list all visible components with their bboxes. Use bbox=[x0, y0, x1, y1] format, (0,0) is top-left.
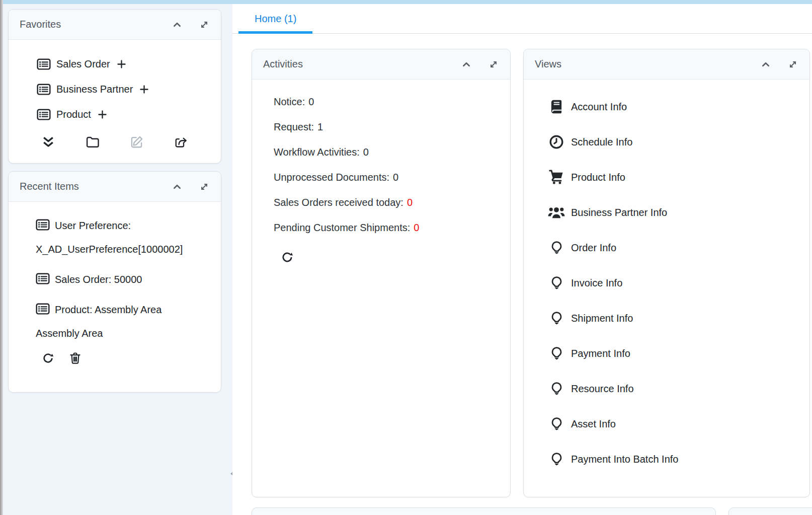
lightbulb-icon bbox=[548, 346, 565, 361]
chevron-up-icon bbox=[462, 60, 471, 69]
chevron-up-icon bbox=[761, 60, 770, 69]
recent-item-label: Sales Order: 50000 bbox=[55, 274, 142, 285]
activity-row[interactable]: Request:1 bbox=[274, 120, 510, 134]
edit-button[interactable] bbox=[130, 135, 143, 149]
favorites-panel: Favorites Sales Order Business Partner P… bbox=[8, 9, 221, 164]
list-icon bbox=[36, 303, 50, 315]
view-item-label: Resource Info bbox=[571, 383, 634, 395]
view-item-label: Product Info bbox=[571, 172, 625, 183]
view-item-payment-info[interactable]: Payment Info bbox=[548, 336, 809, 371]
activity-label: Unprocessed Documents: bbox=[274, 172, 389, 183]
view-item-schedule-info[interactable]: Schedule Info bbox=[548, 124, 809, 160]
collapse-button[interactable] bbox=[173, 20, 182, 29]
expand-icon bbox=[788, 60, 797, 69]
expand-icon bbox=[200, 182, 209, 191]
views-panel: Views Account Info Schedule Info Product… bbox=[523, 49, 810, 497]
recent-item[interactable]: Sales Order: 50000 bbox=[36, 268, 207, 291]
tab-home[interactable]: Home (1) bbox=[238, 4, 312, 33]
activity-row[interactable]: Notice:0 bbox=[274, 95, 510, 109]
maximize-button[interactable] bbox=[788, 60, 797, 69]
chevron-up-icon bbox=[173, 182, 182, 191]
clock-icon bbox=[548, 134, 565, 150]
refresh-button[interactable] bbox=[281, 251, 294, 264]
double-chevron-down-icon bbox=[42, 135, 55, 149]
bottom-panel-right bbox=[728, 507, 812, 515]
plus-icon bbox=[140, 85, 148, 94]
favorites-header: Favorites bbox=[9, 10, 221, 40]
book-icon bbox=[548, 99, 565, 114]
recent-item-label: User Preference: X_AD_UserPreference[100… bbox=[36, 220, 183, 255]
collapse-button[interactable] bbox=[462, 60, 471, 69]
expand-icon bbox=[200, 20, 209, 29]
view-item-resource-info[interactable]: Resource Info bbox=[548, 371, 809, 406]
new-record-button[interactable] bbox=[98, 110, 107, 119]
plus-icon bbox=[117, 60, 126, 68]
view-item-business-partner-info[interactable]: Business Partner Info bbox=[548, 195, 809, 230]
list-icon bbox=[36, 273, 50, 284]
view-item-label: Shipment Info bbox=[571, 313, 633, 324]
recent-item[interactable]: User Preference: X_AD_UserPreference[100… bbox=[36, 214, 207, 261]
active-tab-underline bbox=[238, 31, 312, 34]
list-icon bbox=[37, 58, 51, 70]
folder-button[interactable] bbox=[86, 135, 99, 149]
activity-row[interactable]: Sales Orders received today:0 bbox=[274, 195, 510, 209]
lightbulb-icon bbox=[548, 276, 565, 290]
lightbulb-icon bbox=[548, 311, 565, 326]
view-item-payment-into-batch-info[interactable]: Payment Into Batch Info bbox=[548, 442, 809, 477]
edit-icon bbox=[130, 135, 143, 149]
view-item-order-info[interactable]: Order Info bbox=[548, 230, 809, 265]
list-icon bbox=[37, 84, 51, 95]
favorites-toolbar bbox=[9, 131, 221, 153]
favorite-item-label[interactable]: Product bbox=[56, 109, 91, 120]
views-list: Account Info Schedule Info Product Info … bbox=[524, 80, 809, 477]
refresh-button[interactable] bbox=[42, 352, 54, 364]
trash-icon bbox=[69, 352, 82, 364]
recent-item[interactable]: Product: Assembly Area Assembly Area bbox=[36, 298, 207, 345]
chevron-up-icon bbox=[173, 20, 182, 29]
maximize-button[interactable] bbox=[489, 60, 498, 69]
lightbulb-icon bbox=[548, 417, 565, 431]
view-item-shipment-info[interactable]: Shipment Info bbox=[548, 301, 809, 336]
recent-item-label: Product: Assembly Area Assembly Area bbox=[36, 304, 161, 339]
maximize-button[interactable] bbox=[200, 20, 209, 29]
recent-items-title: Recent Items bbox=[20, 181, 79, 192]
favorites-list: Sales Order Business Partner Product bbox=[9, 40, 221, 127]
view-item-product-info[interactable]: Product Info bbox=[548, 160, 809, 195]
view-item-invoice-info[interactable]: Invoice Info bbox=[548, 265, 809, 301]
view-item-label: Payment Into Batch Info bbox=[571, 454, 678, 465]
view-item-account-info[interactable]: Account Info bbox=[548, 89, 809, 124]
top-accent-bar bbox=[0, 0, 812, 4]
view-item-label: Schedule Info bbox=[571, 136, 632, 148]
activity-label: Sales Orders received today: bbox=[274, 197, 403, 208]
view-item-label: Business Partner Info bbox=[571, 207, 667, 218]
collapse-button[interactable] bbox=[173, 182, 182, 191]
lightbulb-icon bbox=[548, 452, 565, 467]
favorite-item-label[interactable]: Business Partner bbox=[56, 84, 133, 95]
delete-button[interactable] bbox=[69, 352, 82, 364]
view-item-asset-info[interactable]: Asset Info bbox=[548, 406, 809, 442]
lightbulb-icon bbox=[548, 241, 565, 255]
refresh-icon bbox=[281, 251, 294, 264]
activities-header: Activities bbox=[252, 49, 510, 80]
favorites-title: Favorites bbox=[20, 19, 61, 30]
recent-items-toolbar bbox=[42, 352, 207, 364]
activity-row[interactable]: Workflow Activities:0 bbox=[274, 145, 510, 159]
view-item-label: Invoice Info bbox=[571, 277, 622, 289]
expand-icon bbox=[489, 60, 498, 69]
favorite-item: Sales Order bbox=[37, 51, 221, 77]
favorite-item: Business Partner bbox=[37, 77, 221, 102]
expand-all-button[interactable] bbox=[42, 135, 55, 149]
activity-value: 0 bbox=[414, 222, 419, 233]
view-item-label: Asset Info bbox=[571, 418, 616, 430]
activity-label: Pending Customer Shipments: bbox=[274, 222, 410, 233]
collapse-button[interactable] bbox=[761, 60, 770, 69]
favorite-item-label[interactable]: Sales Order bbox=[56, 58, 110, 70]
activity-row[interactable]: Unprocessed Documents:0 bbox=[274, 170, 510, 184]
new-record-button[interactable] bbox=[117, 60, 126, 68]
cart-icon bbox=[548, 170, 565, 185]
new-record-button[interactable] bbox=[140, 85, 148, 94]
activity-row[interactable]: Pending Customer Shipments:0 bbox=[274, 220, 510, 235]
bottom-panel-left bbox=[252, 507, 716, 515]
share-button[interactable] bbox=[175, 135, 188, 149]
maximize-button[interactable] bbox=[200, 182, 209, 191]
